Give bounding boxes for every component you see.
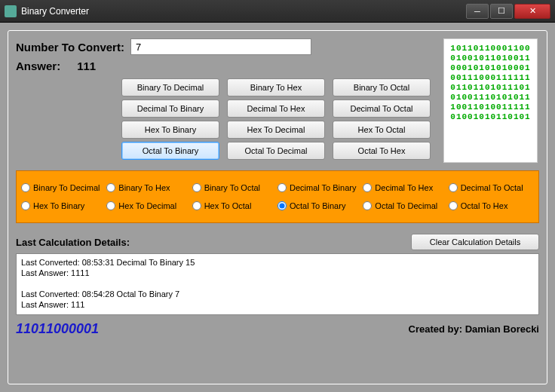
radio-input[interactable] (192, 201, 201, 210)
radio-input[interactable] (449, 183, 458, 192)
radio-binary-to-decimal[interactable]: Binary To Decimal (21, 183, 106, 192)
radio-decimal-to-octal[interactable]: Decimal To Octal (449, 183, 534, 192)
convert-button-octal-to-decimal[interactable]: Octal To Decimal (227, 142, 325, 160)
radio-input[interactable] (192, 183, 201, 192)
convert-button-decimal-to-binary[interactable]: Decimal To Binary (121, 100, 219, 118)
radio-input[interactable] (363, 201, 372, 210)
radio-input[interactable] (278, 201, 287, 210)
radio-label: Octal To Hex (461, 201, 508, 210)
minimize-button[interactable]: ─ (466, 4, 489, 19)
convert-button-hex-to-octal[interactable]: Hex To Octal (333, 121, 431, 139)
input-label: Number To Convert: (16, 41, 124, 54)
footer: 11011000001 Created by: Damian Borecki (16, 321, 539, 337)
main-panel: Number To Convert: Answer: 111 Binary To… (8, 30, 547, 384)
radio-hex-to-octal[interactable]: Hex To Octal (192, 201, 278, 210)
convert-button-decimal-to-hex[interactable]: Decimal To Hex (227, 100, 325, 118)
client-area: Number To Convert: Answer: 111 Binary To… (0, 23, 555, 392)
close-button[interactable]: ✕ (514, 4, 550, 19)
radio-label: Decimal To Binary (290, 183, 356, 192)
clear-details-button[interactable]: Clear Calculation Details (411, 234, 539, 250)
button-grid: Binary To DecimalBinary To HexBinary To … (121, 78, 431, 160)
convert-button-binary-to-hex[interactable]: Binary To Hex (227, 78, 325, 96)
radio-input[interactable] (278, 183, 287, 192)
radio-panel: Binary To DecimalBinary To HexBinary To … (16, 170, 539, 223)
calculation-log[interactable]: Last Converted: 08:53:31 Decimal To Bina… (16, 253, 539, 315)
radio-label: Binary To Octal (204, 183, 260, 192)
radio-decimal-to-binary[interactable]: Decimal To Binary (278, 183, 363, 192)
radio-label: Hex To Octal (204, 201, 252, 210)
details-header: Last Calculation Details: Clear Calculat… (16, 234, 539, 250)
radio-hex-to-decimal[interactable]: Hex To Decimal (106, 201, 192, 210)
radio-label: Hex To Decimal (118, 201, 176, 210)
radio-label: Octal To Binary (290, 201, 345, 210)
radio-label: Decimal To Hex (375, 183, 433, 192)
radio-input[interactable] (449, 201, 458, 210)
binary-art-panel: 1011011000110001001011010011000101010100… (443, 38, 538, 163)
radio-input[interactable] (106, 183, 115, 192)
footer-binary: 11011000001 (16, 321, 99, 337)
radio-label: Binary To Hex (118, 183, 170, 192)
radio-label: Octal To Decimal (375, 201, 437, 210)
window-title: Binary Converter (21, 6, 465, 17)
radio-label: Hex To Binary (33, 201, 84, 210)
answer-value: 111 (77, 60, 96, 72)
radio-input[interactable] (21, 183, 30, 192)
radio-label: Binary To Decimal (33, 183, 100, 192)
convert-button-hex-to-decimal[interactable]: Hex To Decimal (227, 121, 325, 139)
radio-decimal-to-hex[interactable]: Decimal To Hex (363, 183, 448, 192)
radio-input[interactable] (21, 201, 30, 210)
convert-button-binary-to-decimal[interactable]: Binary To Decimal (121, 78, 219, 96)
radio-input[interactable] (363, 183, 372, 192)
radio-octal-to-binary[interactable]: Octal To Binary (278, 201, 363, 210)
radio-input[interactable] (106, 201, 115, 210)
answer-label: Answer: (16, 60, 60, 72)
convert-button-decimal-to-octal[interactable]: Decimal To Octal (333, 100, 431, 118)
radio-octal-to-decimal[interactable]: Octal To Decimal (363, 201, 448, 210)
radio-binary-to-hex[interactable]: Binary To Hex (106, 183, 192, 192)
radio-octal-to-hex[interactable]: Octal To Hex (449, 201, 534, 210)
radio-binary-to-octal[interactable]: Binary To Octal (192, 183, 278, 192)
radio-hex-to-binary[interactable]: Hex To Binary (21, 201, 106, 210)
radio-label: Decimal To Octal (461, 183, 523, 192)
convert-button-octal-to-binary[interactable]: Octal To Binary (121, 142, 219, 160)
number-input[interactable] (130, 38, 311, 55)
convert-button-octal-to-hex[interactable]: Octal To Hex (333, 142, 431, 160)
app-icon (5, 5, 17, 17)
footer-credit: Created by: Damian Borecki (409, 323, 539, 335)
convert-button-binary-to-octal[interactable]: Binary To Octal (333, 78, 431, 96)
titlebar: Binary Converter ─ ☐ ✕ (0, 0, 555, 23)
details-label: Last Calculation Details: (16, 237, 130, 248)
maximize-button[interactable]: ☐ (490, 4, 513, 19)
convert-button-hex-to-binary[interactable]: Hex To Binary (121, 121, 219, 139)
